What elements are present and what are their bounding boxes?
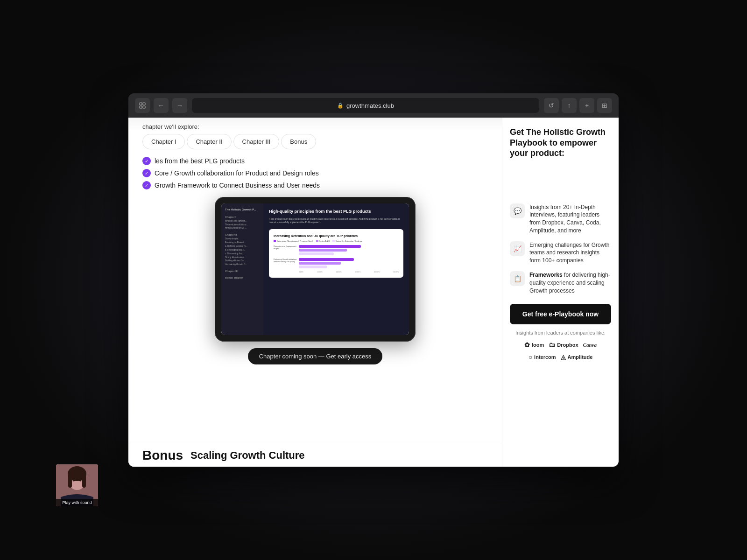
play-with-sound-label[interactable]: Play with sound	[56, 499, 98, 506]
insights-label: Insights from leaders at companies like:	[510, 330, 611, 336]
ipad-screen: The Holistic Growth P... Chapter I When …	[221, 203, 409, 335]
legend-dot-3	[332, 240, 335, 242]
feature-text-3: Frameworks for delivering high-quality e…	[529, 271, 611, 294]
svg-rect-3	[143, 106, 145, 108]
feature-bold-3: Frameworks	[529, 272, 563, 278]
legend-item-3: Series C + Enterprise / Scale-up	[332, 240, 362, 242]
bars-column-2	[299, 258, 399, 268]
intercom-icon: ○	[529, 353, 532, 361]
x-label-4: 30.00%	[355, 271, 361, 273]
bar-label-2: Delivering Growth initiatives with incre…	[274, 258, 297, 263]
extensions-button[interactable]: ⊞	[597, 98, 612, 113]
lock-icon: 🔒	[337, 103, 344, 109]
ipad-ch2-item-3: a. Defining success m...	[225, 245, 260, 248]
reload-button[interactable]: ↺	[544, 98, 559, 113]
check-icon-1: ✓	[142, 157, 151, 165]
bars-column-1	[299, 245, 399, 255]
x-label-2: 10.00%	[317, 271, 323, 273]
bar-1-3	[299, 252, 334, 255]
bar-2-3	[299, 266, 327, 268]
sidebar-features: 💬 Insights from 20+ In-Depth Interviews,…	[510, 203, 611, 295]
get-ebook-button[interactable]: Get free e-Playbook now	[510, 304, 611, 324]
checklist: ✓ les from the best PLG products ✓ Core …	[142, 157, 488, 189]
avatar-overlay: Play with sound	[56, 464, 98, 506]
legend-label-1: Early-stage (Bootstrapped, Pre-seed, See…	[277, 240, 313, 242]
cta-button[interactable]: Chapter coming soon — Get early access	[248, 348, 383, 364]
feature-text-2: Emerging challenges for Growth teams and…	[529, 241, 611, 265]
tab-bonus[interactable]: Bonus	[281, 134, 316, 149]
x-label-1: 0.00%	[299, 271, 303, 273]
amplitude-logo: ◬ Amplitude	[561, 353, 593, 361]
tab-overview-button[interactable]	[135, 98, 150, 113]
check-icon-3: ✓	[142, 181, 151, 189]
feature-text-1: Insights from 20+ In-Depth Interviews, f…	[529, 203, 611, 235]
amplitude-name: Amplitude	[568, 354, 593, 360]
ipad-main-body: If the product itself does not provide a…	[269, 217, 403, 224]
loom-icon: ✿	[524, 341, 530, 349]
ipad-ch1-item-2: The evolution of Micro-...	[225, 224, 260, 226]
x-label-5: 40.00%	[374, 271, 380, 273]
ipad-chapter-group-2: Chapter II Survey insight Focusing on Re…	[225, 233, 260, 266]
ipad-ch2-item-5: c. Discovering first...	[225, 252, 260, 255]
checklist-text-1: les from the best PLG products	[155, 157, 245, 165]
ipad-chapter-2-label: Chapter II	[225, 233, 260, 236]
bar-chart-legend: Early-stage (Bootstrapped, Pre-seed, See…	[274, 240, 399, 242]
ipad-ch1-item-1: When it's the right tim...	[225, 220, 260, 223]
checklist-item-1: ✓ les from the best PLG products	[142, 157, 488, 165]
ipad-ch2-item-6: Strong Monetization...	[225, 256, 260, 259]
ipad-chapter-3-label: Chapter III	[225, 270, 260, 273]
tab-chapter-2[interactable]: Chapter II	[187, 134, 231, 149]
svg-rect-2	[140, 106, 142, 108]
intercom-logo: ○ intercom	[529, 353, 556, 361]
sidebar-feature-1: 💬 Insights from 20+ In-Depth Interviews,…	[510, 203, 611, 235]
bar-chart: Increasing Retention and UX quality are …	[269, 229, 403, 278]
ipad-chapter-group-bonus: Bonus chapter	[225, 276, 260, 279]
x-label-3: 20.00%	[336, 271, 342, 273]
ipad-chapter-1-label: Chapter I	[225, 216, 260, 218]
ipad-ch2-item-4: b. Leveraging data i...	[225, 249, 260, 252]
tab-chapter-3[interactable]: Chapter III	[233, 134, 280, 149]
browser-actions: ↺ ↑ + ⊞	[544, 98, 612, 113]
ipad-main-title: High-quality principles from the best PL…	[269, 209, 403, 215]
browser-window: ← → 🔒 growthmates.club ↺ ↑ + ⊞ chapter w…	[128, 93, 619, 467]
legend-dot-1	[274, 240, 276, 242]
bar-1-1	[299, 245, 361, 248]
scaling-title: Scaling Growth Culture	[190, 449, 304, 462]
bar-chart-title: Increasing Retention and UX quality are …	[274, 234, 399, 238]
chapter-tabs: Chapter I Chapter II Chapter III Bonus	[128, 130, 502, 153]
checklist-text-2: Core / Growth collaboration for Product …	[155, 169, 319, 177]
forward-button[interactable]: →	[172, 98, 187, 113]
ipad-sidebar-title: The Holistic Growth P...	[225, 208, 260, 212]
back-button[interactable]: ←	[154, 98, 169, 113]
checklist-item-2: ✓ Core / Growth collaboration for Produc…	[142, 169, 488, 177]
svg-point-10	[73, 479, 75, 482]
table-icon: 📋	[510, 271, 525, 286]
browser-content: chapter we'll explore: Chapter I Chapter…	[128, 118, 619, 467]
svg-point-11	[79, 479, 82, 482]
new-tab-button[interactable]: +	[579, 98, 594, 113]
checklist-item-3: ✓ Growth Framework to Connect Business a…	[142, 181, 488, 189]
loom-logo: ✿ loom	[524, 341, 544, 349]
svg-rect-1	[143, 103, 145, 105]
legend-label-2: Series A & B	[319, 240, 330, 242]
ipad-mockup: The Holistic Growth P... Chapter I When …	[215, 197, 416, 342]
legend-label-3: Series C + Enterprise / Scale-up	[336, 240, 362, 242]
share-button[interactable]: ↑	[562, 98, 577, 113]
bar-group-1: Retention and Engagement targets	[274, 245, 399, 255]
sidebar-heading: Get The Holistic Growth Playbook to empo…	[510, 127, 611, 159]
address-bar[interactable]: 🔒 growthmates.club	[192, 98, 539, 113]
ipad-bonus-label: Bonus chapter	[225, 276, 260, 279]
svg-rect-0	[140, 103, 142, 105]
tab-chapter-1[interactable]: Chapter I	[142, 134, 185, 149]
sidebar-feature-3: 📋 Frameworks for delivering high-quality…	[510, 271, 611, 294]
right-sidebar: Get The Holistic Growth Playbook to empo…	[502, 118, 619, 467]
ipad-ch2-item-8: Uncovering Growth C...	[225, 263, 260, 266]
intercom-name: intercom	[534, 354, 556, 360]
sidebar-feature-2: 📈 Emerging challenges for Growth teams a…	[510, 241, 611, 265]
ipad-ch2-item-2: Focusing on Retenti...	[225, 241, 260, 244]
legend-dot-2	[316, 240, 318, 242]
browser-toolbar: ← → 🔒 growthmates.club ↺ ↑ + ⊞	[128, 93, 619, 118]
top-text: chapter we'll explore:	[142, 123, 199, 130]
page-content: ✓ les from the best PLG products ✓ Core …	[128, 153, 502, 444]
legend-item-1: Early-stage (Bootstrapped, Pre-seed, See…	[274, 240, 313, 242]
